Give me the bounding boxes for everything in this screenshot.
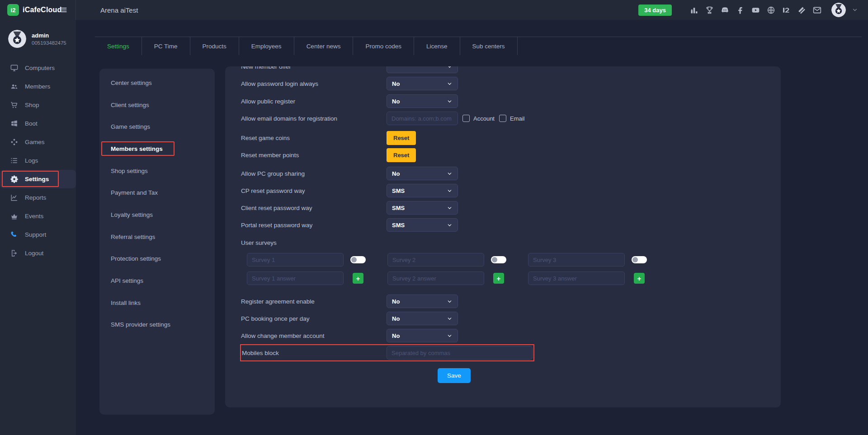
avatar[interactable] <box>831 3 846 17</box>
sidebar-item-settings[interactable]: Settings <box>0 170 76 188</box>
facebook-icon[interactable] <box>736 5 745 15</box>
settings-menu-item-protection-settings[interactable]: Protection settings <box>99 248 215 270</box>
settings-menu-item-members-settings[interactable]: Members settings <box>99 138 215 160</box>
members-settings-form-card: New member offerAllow password login alw… <box>225 66 781 407</box>
pc-booking-once-per-day-select[interactable]: No <box>387 312 458 325</box>
settings-menu-item-loyalty-settings[interactable]: Loyalty settings <box>99 204 215 226</box>
select-value: SMS <box>392 222 405 229</box>
settings-menu-item-game-settings[interactable]: Game settings <box>99 116 215 138</box>
form-row: Portal reset password waySMS <box>241 216 765 234</box>
cart-icon <box>10 101 19 109</box>
allow-email-domains-for-registration-input[interactable] <box>387 112 458 125</box>
discord-icon[interactable] <box>720 5 730 15</box>
survey-2-toggle[interactable] <box>491 256 506 263</box>
layers-icon[interactable] <box>797 5 807 15</box>
settings-menu-item-sms-provider-settings[interactable]: SMS provider settings <box>99 314 215 336</box>
sidebar-item-events[interactable]: Events <box>0 207 76 225</box>
email-checkbox[interactable] <box>499 115 506 122</box>
allow-pc-group-sharing-select[interactable]: No <box>387 167 458 180</box>
field-label: PC booking once per day <box>241 315 387 322</box>
reset-game-coins-button[interactable]: Reset <box>387 131 416 145</box>
icafe-icon[interactable] <box>782 5 791 15</box>
tab-employees[interactable]: Employees <box>239 37 294 55</box>
user-name: admin <box>32 32 66 39</box>
survey-1-answer-input[interactable] <box>247 271 344 285</box>
survey-3-input[interactable] <box>528 253 625 267</box>
toggle-knob <box>492 257 497 262</box>
form-row: Reset member pointsReset <box>241 146 765 164</box>
user-avatar[interactable] <box>8 30 26 48</box>
menu-icon[interactable] <box>59 5 68 14</box>
tab-license[interactable]: License <box>414 37 460 55</box>
settings-menu-item-shop-settings[interactable]: Shop settings <box>99 160 215 182</box>
select-value: SMS <box>392 205 405 211</box>
sidebar-item-shop[interactable]: Shop <box>0 96 76 114</box>
save-button[interactable]: Save <box>438 368 471 383</box>
settings-menu-item-center-settings[interactable]: Center settings <box>99 72 215 94</box>
new-member-offer-select[interactable] <box>387 66 458 73</box>
reset-member-points-button[interactable]: Reset <box>387 148 416 162</box>
survey-3-toggle[interactable] <box>632 256 647 263</box>
sidebar-item-reports[interactable]: Reports <box>0 188 76 207</box>
sidebar-item-label: Logout <box>25 250 43 257</box>
license-days-badge[interactable]: 34 days <box>638 5 672 16</box>
cp-reset-password-way-select[interactable]: SMS <box>387 184 458 197</box>
allow-change-member-account-select[interactable]: No <box>387 329 458 342</box>
survey-1-toggle[interactable] <box>350 256 366 263</box>
sidebar-item-support[interactable]: Support <box>0 225 76 244</box>
form-row: Client reset password waySMS <box>241 199 765 216</box>
register-agreement-enable-select[interactable]: No <box>387 295 458 308</box>
sidebar-item-computers[interactable]: Computers <box>0 59 76 77</box>
survey-2-input[interactable] <box>387 253 484 267</box>
form-row: New member offer <box>241 66 765 75</box>
phone-icon <box>10 230 19 239</box>
tab-sub-centers[interactable]: Sub centers <box>460 37 518 55</box>
tab-center-news[interactable]: Center news <box>294 37 354 55</box>
sidebar-item-label: Games <box>25 139 45 145</box>
tab-settings[interactable]: Settings <box>95 37 142 55</box>
user-block: admin 005193482475 <box>0 20 76 48</box>
chevron-down-icon <box>447 98 453 104</box>
survey-3-add-button[interactable]: + <box>634 273 645 284</box>
tab-promo-codes[interactable]: Promo codes <box>353 37 414 55</box>
settings-menu-item-label: Install links <box>111 299 141 306</box>
tab-pc-time[interactable]: PC Time <box>142 37 190 55</box>
trophy-icon[interactable] <box>705 5 714 15</box>
account-checkbox[interactable] <box>462 115 470 122</box>
sidebar: admin 005193482475 ComputersMembersShopB… <box>0 20 76 435</box>
field-label: User surveys <box>241 239 387 246</box>
allow-password-login-always-select[interactable]: No <box>387 77 458 90</box>
survey-2-answer-input[interactable] <box>387 271 484 285</box>
chevron-down-icon <box>447 81 453 87</box>
sidebar-item-members[interactable]: Members <box>0 77 76 96</box>
ranking-icon[interactable] <box>689 5 699 15</box>
client-reset-password-way-select[interactable]: SMS <box>387 201 458 215</box>
mobiles-block-input[interactable] <box>387 346 533 360</box>
globe-icon[interactable] <box>766 5 776 15</box>
survey-2-add-button[interactable]: + <box>493 273 504 284</box>
sidebar-item-logs[interactable]: Logs <box>0 151 76 170</box>
settings-menu-item-client-settings[interactable]: Client settings <box>99 94 215 116</box>
settings-menu-item-install-links[interactable]: Install links <box>99 292 215 314</box>
list-icon <box>10 156 19 165</box>
settings-menu-item-api-settings[interactable]: API settings <box>99 270 215 292</box>
survey-1-add-button[interactable]: + <box>353 273 363 284</box>
sidebar-item-boot[interactable]: Boot <box>0 114 76 133</box>
chevron-down-icon[interactable] <box>852 7 858 13</box>
sidebar-item-logout[interactable]: Logout <box>0 244 76 262</box>
allow-public-register-select[interactable]: No <box>387 94 458 108</box>
mail-icon[interactable] <box>812 5 822 15</box>
portal-reset-password-way-select[interactable]: SMS <box>387 218 458 232</box>
settings-menu-item-label: Members settings <box>111 145 163 152</box>
form-row: Register agreement enableNo <box>241 293 765 310</box>
sidebar-item-games[interactable]: Games <box>0 133 76 151</box>
youtube-icon[interactable] <box>751 5 760 15</box>
survey-3-answer-input[interactable] <box>528 271 625 285</box>
settings-menu-item-referral-settings[interactable]: Referral settings <box>99 226 215 248</box>
tab-products[interactable]: Products <box>190 37 239 55</box>
field-label: Allow email domains for registration <box>241 115 387 122</box>
settings-menu-item-payment-and-tax[interactable]: Payment and Tax <box>99 182 215 204</box>
survey-1-input[interactable] <box>247 253 344 267</box>
form-row <box>241 251 765 268</box>
sidebar-item-label: Logs <box>25 157 38 164</box>
